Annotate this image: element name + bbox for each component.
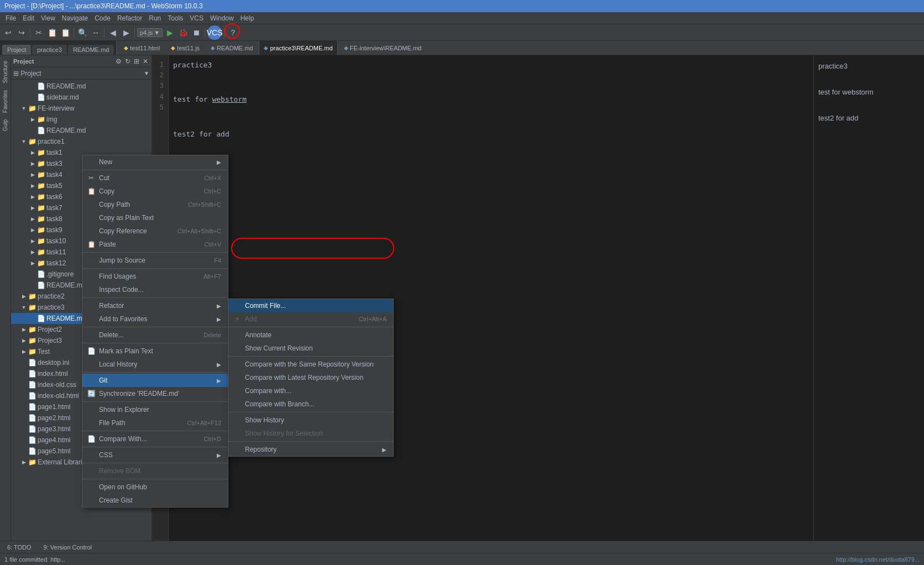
editor-content[interactable]: practice3 test for webstorm test2 for ad… bbox=[169, 55, 813, 541]
git-commit-file[interactable]: Commit File... bbox=[228, 299, 393, 312]
git-compare-latest[interactable]: Compare with Latest Repository Version bbox=[228, 371, 393, 384]
ctx-delete[interactable]: Delete... Delete bbox=[82, 328, 228, 342]
menu-file[interactable]: File bbox=[2, 13, 19, 23]
file-icon-sidebar: 📄 bbox=[36, 93, 45, 101]
git-add: + Add Ctrl+Alt+A bbox=[228, 312, 393, 326]
tool-tabs: Project practice3 README.md bbox=[0, 41, 117, 55]
menu-code[interactable]: Code bbox=[91, 13, 114, 23]
ctx-mark-plain[interactable]: 📄 Mark as Plain Text bbox=[82, 344, 228, 358]
folder-icon-practice3: 📁 bbox=[28, 304, 36, 311]
tree-item-fe-readme[interactable]: 📄 README.md bbox=[11, 125, 152, 136]
ctx-show-explorer[interactable]: Show in Explorer bbox=[82, 403, 228, 416]
file-icon-index-old-css: 📄 bbox=[28, 381, 36, 389]
folder-icon-img: 📁 bbox=[36, 116, 45, 123]
ctx-find-usages[interactable]: Find Usages Alt+F7 bbox=[82, 270, 228, 283]
ctx-cut[interactable]: ✂ Cut Ctrl+X bbox=[82, 171, 228, 185]
toolbar-forward[interactable]: ▶ bbox=[120, 27, 132, 39]
ctx-file-path[interactable]: File Path Ctrl+Alt+F12 bbox=[82, 416, 228, 430]
toolbar-redo[interactable]: ↪ bbox=[15, 27, 28, 39]
git-compare-same[interactable]: Compare with the Same Repository Version bbox=[228, 358, 393, 371]
ctx-synchronize[interactable]: 🔄 Synchronize 'README.md' bbox=[82, 387, 228, 400]
ctx-inspect[interactable]: Inspect Code... bbox=[82, 283, 228, 296]
ctx-css[interactable]: CSS ▶ bbox=[82, 448, 228, 462]
toolbar-debug[interactable]: 🐞 bbox=[177, 27, 189, 39]
sync-icon[interactable]: ↻ bbox=[124, 57, 132, 66]
toolbar-undo[interactable]: ↩ bbox=[2, 27, 14, 39]
gear-icon[interactable]: ⚙ bbox=[114, 57, 123, 66]
ctx-refactor[interactable]: Refactor ▶ bbox=[82, 299, 228, 312]
toolbar-run[interactable]: ▶ bbox=[164, 27, 176, 39]
toolbar-replace[interactable]: ↔ bbox=[90, 27, 102, 39]
bottom-tab-vcs[interactable]: 9: Version Control bbox=[39, 543, 97, 552]
tree-item-practice1[interactable]: ▼ 📁 practice1 bbox=[11, 136, 152, 147]
ctx-new[interactable]: New ▶ bbox=[82, 155, 228, 169]
toolbar-run-config[interactable]: p4.js ▼ bbox=[137, 28, 163, 37]
ctx-create-gist[interactable]: Create Gist bbox=[82, 494, 228, 507]
tabs-area: Project practice3 README.md ◆ test11.htm… bbox=[0, 41, 924, 55]
editor-tab-fe-readme[interactable]: ◆ FE-interview\README.md bbox=[339, 41, 427, 55]
toolbar-stop[interactable]: ⏹ bbox=[190, 27, 202, 39]
ctx-sep6 bbox=[82, 343, 228, 343]
file-icon-fe-readme: 📄 bbox=[36, 127, 45, 134]
ctx-copy-plain[interactable]: Copy as Plain Text bbox=[82, 211, 228, 224]
tree-item-readme-top[interactable]: 📄 README.md bbox=[11, 81, 152, 92]
tab-icon-js: ◆ bbox=[171, 45, 175, 51]
ctx-copy-ref[interactable]: Copy Reference Ctrl+Alt+Shift+C bbox=[82, 224, 228, 238]
ctx-add-favorites[interactable]: Add to Favorites ▶ bbox=[82, 312, 228, 326]
ctx-git[interactable]: Git ▶ bbox=[82, 374, 228, 387]
tool-tab-project[interactable]: Project bbox=[2, 45, 31, 55]
tree-item-fe-interview[interactable]: ▼ 📁 FE-interview bbox=[11, 103, 152, 114]
toolbar-find[interactable]: 🔍 bbox=[76, 27, 88, 39]
tool-tab-practice3[interactable]: practice3 bbox=[32, 45, 67, 55]
git-show-history[interactable]: Show History bbox=[228, 414, 393, 427]
ctx-copy-path[interactable]: Copy Path Ctrl+Shift+C bbox=[82, 198, 228, 211]
menu-tools[interactable]: Tools bbox=[164, 13, 186, 23]
ctx-cut-icon: ✂ bbox=[87, 174, 96, 182]
toolbar-help[interactable]: ? bbox=[227, 27, 239, 39]
editor-tab-practice3-readme[interactable]: ◆ practice3\README.md bbox=[259, 41, 337, 55]
git-compare-with[interactable]: Compare with... bbox=[228, 384, 393, 397]
menu-refactor[interactable]: Refactor bbox=[114, 13, 145, 23]
ctx-copy[interactable]: 📋 Copy Ctrl+C bbox=[82, 185, 228, 198]
menu-window[interactable]: Window bbox=[207, 13, 237, 23]
bottom-tab-todo[interactable]: 6: TODO bbox=[2, 543, 36, 552]
left-tab-structure[interactable]: Structure bbox=[1, 57, 9, 87]
toolbar-cut[interactable]: ✂ bbox=[33, 27, 45, 39]
editor-tab-test11html[interactable]: ◆ test11.html bbox=[119, 41, 165, 55]
git-repository[interactable]: Repository ▶ bbox=[228, 443, 393, 456]
menu-navigate[interactable]: Navigate bbox=[59, 13, 91, 23]
ctx-paste[interactable]: 📋 Paste Ctrl+V bbox=[82, 238, 228, 251]
menu-run[interactable]: Run bbox=[145, 13, 164, 23]
editor-tab-readme[interactable]: ◆ README.md bbox=[206, 41, 258, 55]
git-compare-branch[interactable]: Compare with Branch... bbox=[228, 397, 393, 411]
ctx-compare-with[interactable]: 📄 Compare With... Ctrl+D bbox=[82, 432, 228, 446]
preview-line-1: practice3 bbox=[818, 60, 920, 72]
tool-tab-readme[interactable]: README.md bbox=[68, 45, 114, 55]
toolbar-paste[interactable]: 📋 bbox=[59, 27, 71, 39]
menu-vcs[interactable]: VCS bbox=[186, 13, 207, 23]
tab-icon-md3: ◆ bbox=[344, 45, 348, 51]
ctx-open-github[interactable]: Open on GitHub bbox=[82, 480, 228, 494]
close-icon[interactable]: ✕ bbox=[142, 57, 149, 66]
left-tab-gulp[interactable]: Gulp bbox=[1, 116, 9, 134]
editor-tab-test11js[interactable]: ◆ test11.js bbox=[166, 41, 205, 55]
git-show-revision[interactable]: Show Current Revision bbox=[228, 342, 393, 355]
ctx-sep8 bbox=[82, 401, 228, 402]
ctx-sep4 bbox=[82, 297, 228, 298]
expand-icon[interactable]: ⊞ bbox=[133, 57, 140, 66]
sidebar-header: Project ⚙ ↻ ⊞ ✕ bbox=[11, 55, 152, 67]
ctx-local-history[interactable]: Local History ▶ bbox=[82, 358, 228, 371]
toolbar-sep1 bbox=[30, 28, 30, 38]
toolbar-copy[interactable]: 📋 bbox=[46, 27, 58, 39]
tree-item-img[interactable]: ▶ 📁 img bbox=[11, 114, 152, 125]
git-annotate[interactable]: Annotate bbox=[228, 328, 393, 342]
project-root-arrow[interactable]: ▼ bbox=[144, 70, 149, 76]
menu-edit[interactable]: Edit bbox=[19, 13, 38, 23]
menu-view[interactable]: View bbox=[38, 13, 59, 23]
ctx-jump-source[interactable]: Jump to Source F4 bbox=[82, 254, 228, 267]
tree-item-sidebar-md[interactable]: 📄 sidebar.md bbox=[11, 92, 152, 103]
toolbar-back[interactable]: ◀ bbox=[107, 27, 119, 39]
menu-help[interactable]: Help bbox=[237, 13, 258, 23]
toolbar-vcs[interactable]: VCS bbox=[207, 25, 222, 40]
left-tab-favorites[interactable]: Favorites bbox=[1, 87, 9, 116]
